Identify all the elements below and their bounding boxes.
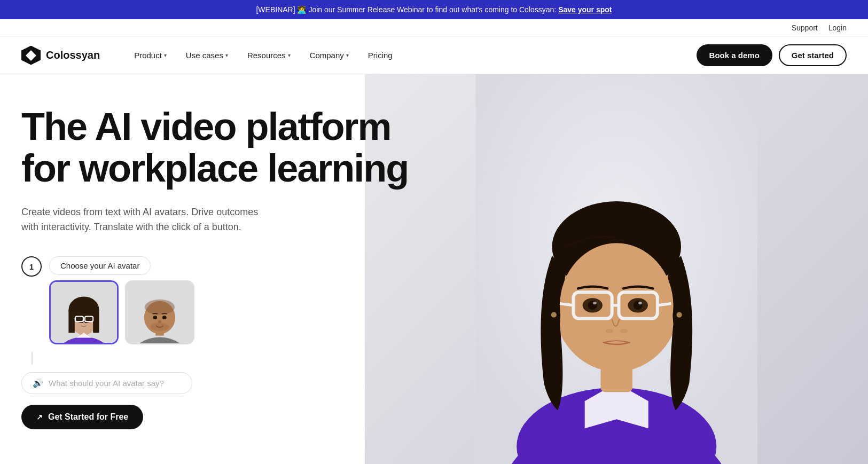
announcement-banner: [WEBINAR] 🧑‍💻 Join our Summer Release We… bbox=[0, 0, 868, 19]
nav-pricing-label: Pricing bbox=[368, 51, 393, 60]
svg-point-19 bbox=[162, 316, 167, 319]
svg-point-18 bbox=[153, 316, 157, 319]
hero-section: The AI video platform for workplace lear… bbox=[0, 74, 868, 464]
avatar-female-svg bbox=[51, 280, 117, 344]
svg-point-17 bbox=[145, 300, 175, 315]
svg-point-40 bbox=[638, 302, 642, 304]
step-2-row: 🔊 What should your AI avatar say? bbox=[21, 372, 438, 394]
hero-title-line2: for workplace learning bbox=[21, 147, 408, 190]
svg-rect-5 bbox=[68, 310, 74, 333]
nav-actions: Book a demo Get started bbox=[697, 44, 847, 66]
svg-point-12 bbox=[83, 321, 85, 324]
step-1-label: Choose your AI avatar bbox=[49, 256, 151, 275]
avatar-card-female[interactable] bbox=[49, 280, 119, 344]
avatar-male-svg bbox=[126, 280, 193, 344]
nav-company[interactable]: Company ▾ bbox=[302, 46, 356, 64]
nav-product[interactable]: Product ▾ bbox=[127, 46, 174, 64]
chevron-down-icon: ▾ bbox=[288, 52, 291, 58]
main-nav: Colossyan Product ▾ Use cases ▾ Resource… bbox=[0, 37, 868, 74]
nav-resources[interactable]: Resources ▾ bbox=[240, 46, 298, 64]
svg-point-39 bbox=[593, 302, 597, 304]
chevron-down-icon: ▾ bbox=[225, 52, 228, 58]
avatar-card-male[interactable] bbox=[125, 280, 194, 344]
support-link[interactable]: Support bbox=[792, 23, 818, 32]
svg-point-42 bbox=[620, 329, 628, 334]
nav-use-cases[interactable]: Use cases ▾ bbox=[178, 46, 236, 64]
utility-bar: Support Login bbox=[0, 19, 868, 37]
logo[interactable]: Colossyan bbox=[21, 46, 100, 65]
book-demo-button[interactable]: Book a demo bbox=[697, 44, 772, 66]
login-link[interactable]: Login bbox=[828, 23, 847, 32]
hero-subtitle: Create videos from text with AI avatars.… bbox=[21, 205, 299, 235]
svg-line-33 bbox=[559, 303, 573, 305]
step-1-row: 1 Choose your AI avatar bbox=[21, 256, 438, 344]
step-1-content: Choose your AI avatar bbox=[49, 256, 438, 344]
nav-company-label: Company bbox=[310, 51, 344, 60]
nav-product-label: Product bbox=[134, 51, 162, 60]
hero-left: The AI video platform for workplace lear… bbox=[0, 74, 459, 464]
banner-cta[interactable]: Save your spot bbox=[558, 5, 612, 14]
svg-rect-6 bbox=[93, 310, 99, 333]
speaker-icon: 🔊 bbox=[33, 378, 43, 388]
chevron-down-icon: ▾ bbox=[164, 52, 167, 58]
step-1-number: 1 bbox=[21, 256, 42, 277]
svg-point-11 bbox=[87, 317, 91, 320]
step-connector bbox=[32, 352, 33, 365]
nav-pricing[interactable]: Pricing bbox=[361, 46, 400, 64]
logo-icon bbox=[21, 46, 41, 65]
avatar-text-placeholder: What should your AI avatar say? bbox=[49, 379, 164, 388]
svg-line-34 bbox=[657, 303, 671, 305]
get-started-nav-button[interactable]: Get started bbox=[779, 44, 847, 66]
svg-point-41 bbox=[605, 329, 613, 334]
svg-point-43 bbox=[551, 312, 556, 318]
steps-container: 1 Choose your AI avatar bbox=[21, 256, 438, 429]
svg-point-20 bbox=[158, 320, 161, 323]
chevron-down-icon: ▾ bbox=[346, 52, 349, 58]
svg-point-44 bbox=[676, 312, 682, 318]
svg-point-21 bbox=[151, 323, 169, 331]
hero-title-line1: The AI video platform bbox=[21, 105, 390, 148]
hero-title: The AI video platform for workplace lear… bbox=[21, 106, 438, 190]
svg-point-10 bbox=[77, 317, 82, 320]
logo-diamond bbox=[26, 50, 36, 61]
cta-label: Get Started for Free bbox=[48, 412, 128, 422]
nav-use-cases-label: Use cases bbox=[186, 51, 223, 60]
external-link-icon: ↗ bbox=[36, 413, 43, 421]
avatar-text-input[interactable]: 🔊 What should your AI avatar say? bbox=[21, 372, 192, 394]
logo-text: Colossyan bbox=[46, 49, 100, 61]
nav-resources-label: Resources bbox=[247, 51, 286, 60]
get-started-free-button[interactable]: ↗ Get Started for Free bbox=[21, 405, 143, 429]
nav-links: Product ▾ Use cases ▾ Resources ▾ Compan… bbox=[127, 46, 696, 64]
avatar-grid bbox=[49, 280, 438, 344]
banner-text: [WEBINAR] 🧑‍💻 Join our Summer Release We… bbox=[256, 5, 558, 14]
